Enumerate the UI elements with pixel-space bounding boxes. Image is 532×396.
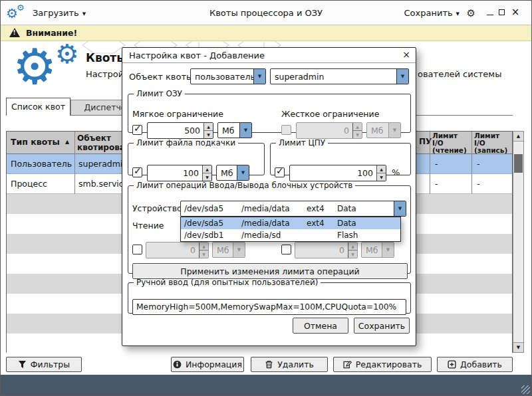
spin-up-icon: ▲ (204, 123, 213, 131)
spin-down-icon: ▼ (377, 173, 386, 181)
spinner-buttons[interactable]: ▲ ▼ (376, 165, 386, 181)
save-menu-button[interactable]: Сохранить ▼ (404, 1, 460, 25)
spin-up-icon: ▲ (348, 243, 357, 250)
filters-label: Фильтры (31, 359, 70, 369)
filters-button[interactable]: Фильтры (6, 357, 82, 372)
column-divider (430, 132, 430, 194)
ram-limit-group: Лимит ОЗУ Мягкое ограничение Жесткое огр… (128, 89, 411, 133)
scroll-thumb[interactable] (514, 154, 523, 173)
delete-button[interactable]: Удалить (251, 357, 328, 372)
manual-input[interactable] (132, 299, 406, 315)
check-icon: ✓ (134, 123, 142, 134)
column-header-io-read[interactable]: Лимит I/O (чтение) (432, 132, 471, 154)
column-divider (471, 132, 472, 194)
ram-soft-spinner[interactable]: 500 ▲ ▼ (147, 122, 213, 139)
io-write-unit-select: Мб ▼ (361, 242, 394, 258)
scroll-down-button[interactable]: ▼ (513, 342, 523, 352)
page-subtitle-left: Настрой (86, 69, 124, 79)
io-read-label: Чтение (132, 221, 164, 231)
app-window: ⚙ ⚙ Загрузить ▼ Квоты процессора и ОЗУ С… (0, 0, 532, 396)
ram-soft-checkbox[interactable]: ✓ (132, 125, 142, 135)
scroll-up-button[interactable]: ▲ (513, 132, 523, 142)
titlebar: ⚙ ⚙ Загрузить ▼ Квоты процессора и ОЗУ С… (1, 1, 531, 25)
info-button[interactable]: Информация (171, 357, 244, 372)
ram-hard-label: Жесткое ограничение (281, 109, 379, 119)
save-label: Сохранить (358, 321, 405, 331)
cell-io-read: - (435, 179, 438, 189)
unit-value: Мб (218, 123, 239, 138)
cpu-spinner[interactable]: 100 ▲ ▼ (289, 165, 386, 181)
swap-unit-select[interactable]: Мб ▼ (216, 165, 249, 181)
quota-target-select[interactable]: superadmin ▼ (270, 68, 409, 84)
info-label: Информация (186, 359, 242, 369)
device-option[interactable]: /dev/sda5 /media/data ext4 Data (181, 217, 400, 229)
manual-input-legend: Ручной ввод (для опытных пользователей) (134, 278, 321, 287)
delete-label: Удалить (277, 359, 314, 369)
window-title: Квоты процессора и ОЗУ (134, 1, 398, 25)
cell-io-write: - (477, 159, 480, 169)
page-subtitle-right: ователей системы (418, 69, 501, 79)
load-menu-button[interactable]: Загрузить ▼ (33, 1, 86, 25)
caret-down-icon: ▼ (394, 201, 406, 216)
window-close-button[interactable]: × (510, 6, 521, 18)
dialog-close-button[interactable]: × (402, 50, 410, 59)
dialog-titlebar[interactable]: Настройка квот - Добавление × (122, 48, 416, 63)
caret-down-icon: ▼ (253, 69, 265, 84)
caret-down-icon: ▼ (237, 165, 249, 180)
unit-value: Мб (362, 243, 382, 257)
resize-grip[interactable] (521, 385, 530, 394)
cpu-checkbox[interactable]: ✓ (275, 167, 285, 177)
swap-limit-legend: Лимит файла подкачки (134, 138, 238, 148)
spinner-buttons: ▲ ▼ (348, 243, 357, 258)
cancel-button[interactable]: Отмена (293, 318, 348, 334)
io-write-checkbox[interactable] (281, 245, 291, 254)
add-button[interactable]: Добавить (437, 357, 513, 372)
table-scrollbar[interactable]: ▲ ▼ (513, 131, 524, 353)
tab-quota-list[interactable]: Список квот (6, 98, 70, 116)
io-limit-legend: Лимит операций Ввода/Вывода блочных устр… (134, 181, 355, 190)
cell-io-write: - (477, 179, 480, 189)
device-fs: ext4 (307, 219, 337, 228)
spin-down-icon: ▼ (200, 250, 208, 258)
device-select[interactable]: /dev/sda5 /media/data ext4 Data ▼ (180, 201, 406, 217)
small-gear-icon: ⚙ (55, 41, 79, 67)
settings-gear-button[interactable]: ⚙ (467, 7, 475, 19)
device-selected-value: /dev/sda5 /media/data ext4 Data (181, 201, 394, 216)
ram-hard-checkbox[interactable] (281, 125, 291, 135)
device-option[interactable]: /dev/sdb1 /media/sd Flash (181, 229, 400, 241)
io-read-checkbox[interactable] (132, 245, 142, 254)
cpu-limit-group: Лимит ЦПУ ✓ 100 ▲ ▼ % (270, 138, 411, 175)
edit-icon (343, 360, 352, 369)
spin-up-icon: ▲ (377, 165, 386, 173)
quota-target-value: superadmin (271, 69, 396, 84)
maximize-button[interactable] (496, 6, 507, 18)
device-dev: /dev/sda5 (184, 219, 241, 228)
device-dev: /dev/sda5 (184, 204, 241, 213)
edit-button[interactable]: Редактировать (333, 357, 432, 372)
load-menu-label: Загрузить (33, 8, 79, 18)
cell-io-read: - (435, 159, 438, 169)
ram-limit-legend: Лимит ОЗУ (134, 89, 185, 98)
swap-spinner[interactable]: 100 ▲ ▼ (147, 165, 212, 181)
cell-quota-type: Процесс (11, 179, 47, 189)
gear-icon: ⚙ (17, 3, 25, 12)
column-header-quota-type[interactable]: Тип квоты (11, 137, 60, 147)
spinner-value: 0 (146, 243, 199, 258)
warning-banner: Внимание! (1, 25, 531, 41)
ram-soft-unit-select[interactable]: Мб ▼ (217, 122, 252, 138)
save-button[interactable]: Сохранить (354, 318, 410, 334)
device-dev: /dev/sdb1 (184, 231, 241, 240)
ram-hard-unit-select: Мб ▼ (366, 122, 401, 138)
quota-dialog: Настройка квот - Добавление × Объект кво… (122, 47, 416, 346)
spinner-buttons[interactable]: ▲ ▼ (203, 123, 213, 138)
minimize-button[interactable] (485, 6, 495, 18)
spinner-buttons[interactable]: ▲ ▼ (202, 165, 211, 181)
sort-asc-icon: ▲ (65, 139, 69, 145)
spin-down-icon: ▼ (204, 131, 213, 138)
status-bar (1, 375, 531, 395)
apply-io-button[interactable]: Применить изменения лимита операций (132, 263, 408, 279)
column-header-io-write[interactable]: Лимит I/O (запись) (474, 132, 513, 154)
swap-limit-group: Лимит файла подкачки ✓ 100 ▲ ▼ Мб ▼ (128, 138, 265, 175)
quota-type-select[interactable]: пользователь ▼ (190, 68, 266, 84)
swap-checkbox[interactable]: ✓ (132, 167, 142, 177)
